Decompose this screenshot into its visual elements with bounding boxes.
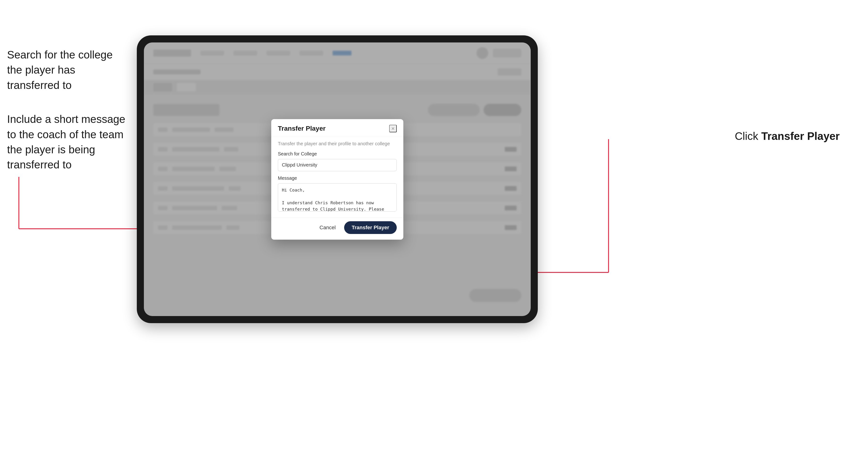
annotation-left-panel: Search for the college the player has tr… <box>7 47 130 173</box>
cancel-button[interactable]: Cancel <box>315 222 340 233</box>
modal-close-button[interactable]: × <box>389 125 397 132</box>
transfer-player-button[interactable]: Transfer Player <box>344 221 397 234</box>
modal-footer: Cancel Transfer Player <box>271 217 403 240</box>
modal-body: Transfer the player and their profile to… <box>271 136 403 217</box>
annotation-right-panel: Click Transfer Player <box>735 130 840 143</box>
message-textarea[interactable]: Hi Coach, I understand Chris Robertson h… <box>278 183 397 212</box>
annotation-transfer-bold: Transfer Player <box>762 130 840 142</box>
tablet-frame: Transfer Player × Transfer the player an… <box>137 35 538 323</box>
modal-overlay: Transfer Player × Transfer the player an… <box>144 42 531 316</box>
message-label: Message <box>278 176 397 181</box>
modal-subtitle: Transfer the player and their profile to… <box>278 141 397 147</box>
modal-header: Transfer Player × <box>271 119 403 136</box>
modal-title: Transfer Player <box>278 125 326 132</box>
annotation-search-text: Search for the college the player has tr… <box>7 47 130 93</box>
tablet-screen: Transfer Player × Transfer the player an… <box>144 42 531 316</box>
search-college-input[interactable] <box>278 159 397 171</box>
search-college-label: Search for College <box>278 151 397 157</box>
annotation-message-text: Include a short message to the coach of … <box>7 112 130 173</box>
annotation-click-text: Click Transfer Player <box>735 130 840 142</box>
transfer-player-modal: Transfer Player × Transfer the player an… <box>271 119 403 240</box>
